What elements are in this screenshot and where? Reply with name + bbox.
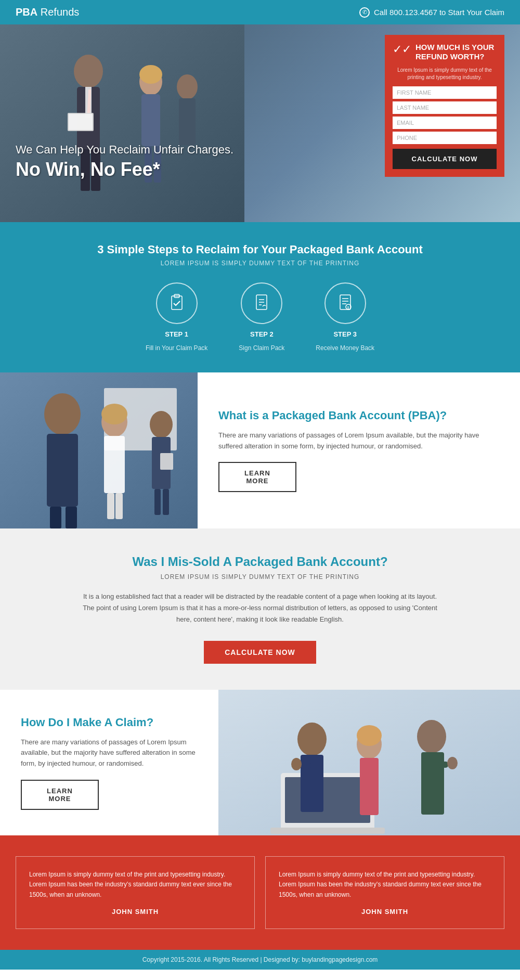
testimonial-2: Lorem Ipsum is simply dummy text of the … — [265, 856, 504, 929]
step-3: $ STEP 3 Receive Money Back — [316, 282, 374, 352]
step-2-desc: Sign Claim Pack — [239, 344, 284, 352]
phone-input[interactable] — [393, 132, 497, 144]
form-subtitle: Lorem Ipsum is simply dummy text of the … — [393, 67, 497, 81]
hero-line1: We Can Help You Reclaim Unfair Charges. — [16, 143, 233, 157]
svg-point-51 — [291, 758, 302, 770]
form-header: ✓✓ HOW MUCH IS YOUR REFUND WORTH? — [393, 43, 497, 61]
svg-rect-32 — [50, 507, 61, 528]
missold-subtitle: LOREM IPSUM IS SIMPLY DUMMY TEXT OF THE … — [42, 573, 478, 581]
svg-rect-13 — [179, 98, 196, 145]
howto-team-image — [218, 690, 520, 835]
svg-rect-31 — [47, 434, 78, 507]
testimonial-2-author: JOHN SMITH — [279, 908, 491, 915]
first-name-input[interactable] — [393, 86, 497, 99]
svg-point-12 — [177, 74, 198, 99]
steps-title: 3 Simple Steps to Reclaim for Your Packa… — [16, 243, 504, 256]
svg-rect-37 — [115, 493, 123, 519]
howto-learn-more-button[interactable]: LEARN MORE — [21, 780, 99, 810]
step-1-desc: Fill in Your Claim Pack — [146, 344, 207, 352]
site-footer: Copyright 2015-2016. All Rights Reserved… — [0, 950, 520, 970]
pba-description: There are many variations of passages of… — [218, 430, 499, 452]
pba-learn-more-button[interactable]: LEARN MORE — [218, 462, 296, 492]
svg-rect-35 — [104, 436, 125, 493]
site-header: PBA Refunds ✆ Call 800.123.4567 to Start… — [0, 0, 520, 24]
pba-content: What is a Packaged Bank Account (PBA)? T… — [198, 372, 520, 528]
testimonial-2-text: Lorem Ipsum is simply dummy text of the … — [279, 870, 491, 900]
form-title: HOW MUCH IS YOUR REFUND WORTH? — [415, 43, 497, 61]
hero-line2: No Win, No Fee* — [16, 159, 233, 180]
svg-rect-42 — [163, 489, 169, 515]
email-input[interactable] — [393, 117, 497, 129]
svg-text:$: $ — [347, 306, 349, 310]
svg-rect-8 — [141, 94, 160, 146]
svg-rect-46 — [270, 828, 385, 834]
missold-title: Was I Mis-Sold A Packaged Bank Account? — [42, 555, 478, 569]
svg-point-38 — [101, 404, 127, 424]
svg-rect-50 — [301, 763, 311, 769]
calculate-button[interactable]: CALCULATE NOW — [393, 149, 497, 169]
step-3-desc: Receive Money Back — [316, 344, 374, 352]
svg-rect-53 — [360, 758, 379, 815]
step-2: STEP 2 Sign Claim Pack — [239, 282, 284, 352]
svg-rect-41 — [154, 489, 161, 515]
step-1: STEP 1 Fill in Your Claim Pack — [146, 282, 207, 352]
svg-rect-47 — [285, 777, 370, 823]
svg-rect-33 — [66, 507, 77, 528]
step-3-icon-circle: $ — [324, 282, 366, 324]
svg-point-54 — [357, 725, 382, 746]
testimonial-1-author: JOHN SMITH — [29, 908, 241, 915]
step-2-icon-circle — [241, 282, 282, 324]
logo: PBA Refunds — [16, 6, 79, 18]
testimonial-1: Lorem Ipsum is simply dummy text of the … — [16, 856, 255, 929]
money-back-icon: $ — [335, 293, 356, 314]
pba-team-image — [0, 372, 198, 528]
hero-section: We Can Help You Reclaim Unfair Charges. … — [0, 24, 520, 222]
svg-point-39 — [150, 411, 173, 438]
step-1-label: STEP 1 — [165, 330, 188, 338]
hero-people-svg — [0, 24, 244, 222]
step-1-icon-circle — [156, 282, 198, 324]
svg-rect-16 — [172, 296, 182, 310]
missold-description: It is a long established fact that a rea… — [78, 591, 442, 625]
missold-section: Was I Mis-Sold A Packaged Bank Account? … — [0, 528, 520, 690]
howto-content: How Do I Make A Claim? There are many va… — [0, 690, 218, 835]
steps-section: 3 Simple Steps to Reclaim for Your Packa… — [0, 222, 520, 372]
steps-subtitle: LOREM IPSUM IS SIMPLY DUMMY TEXT OF THE … — [16, 260, 504, 267]
step-3-label: STEP 3 — [333, 330, 357, 338]
howto-title: How Do I Make A Claim? — [21, 716, 198, 729]
howto-team-svg — [218, 690, 520, 835]
pba-section: What is a Packaged Bank Account (PBA)? T… — [0, 372, 520, 528]
phone-text: Call 800.123.4567 to Start Your Claim — [374, 8, 504, 17]
hero-people-image — [0, 24, 244, 222]
svg-point-1 — [74, 55, 103, 88]
svg-point-58 — [447, 757, 458, 769]
svg-rect-0 — [0, 24, 244, 222]
last-name-input[interactable] — [393, 101, 497, 114]
phone-icon: ✆ — [359, 7, 370, 18]
clipboard-check-icon — [166, 293, 187, 314]
svg-point-30 — [44, 393, 81, 435]
svg-point-11 — [139, 65, 162, 84]
svg-rect-36 — [107, 493, 114, 519]
step-2-label: STEP 2 — [250, 330, 274, 338]
svg-rect-57 — [438, 762, 448, 768]
footer-text: Copyright 2015-2016. All Rights Reserved… — [142, 956, 378, 963]
svg-rect-15 — [69, 114, 93, 130]
refund-form: ✓✓ HOW MUCH IS YOUR REFUND WORTH? Lorem … — [385, 35, 504, 177]
missold-calculate-button[interactable]: CALCULATE NOW — [204, 641, 316, 664]
document-sign-icon — [251, 293, 272, 314]
svg-point-48 — [297, 723, 327, 756]
testimonials-section: Lorem Ipsum is simply dummy text of the … — [0, 835, 520, 950]
header-phone: ✆ Call 800.123.4567 to Start Your Claim — [359, 7, 504, 18]
hero-text: We Can Help You Reclaim Unfair Charges. … — [16, 143, 233, 180]
howto-section: How Do I Make A Claim? There are many va… — [0, 690, 520, 835]
chevron-down-icon: ✓✓ — [393, 44, 411, 55]
pba-title: What is a Packaged Bank Account (PBA)? — [218, 409, 499, 422]
steps-row: STEP 1 Fill in Your Claim Pack STEP 2 Si… — [16, 282, 504, 352]
svg-point-55 — [417, 720, 446, 753]
svg-rect-43 — [160, 453, 173, 470]
testimonial-1-text: Lorem Ipsum is simply dummy text of the … — [29, 870, 241, 900]
pba-team-svg — [0, 372, 198, 528]
howto-description: There are many variations of passages of… — [21, 737, 198, 769]
